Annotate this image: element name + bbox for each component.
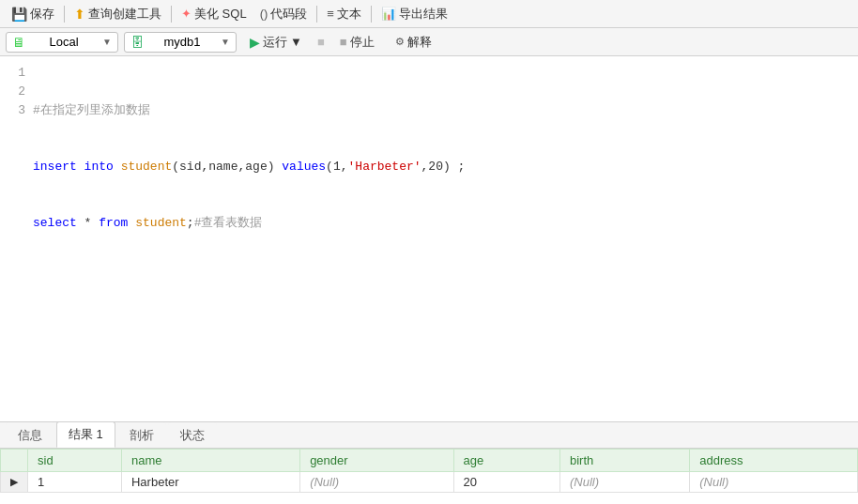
- code-snippet-label: 代码段: [270, 6, 307, 23]
- th-indicator: [1, 450, 28, 472]
- text-button[interactable]: ≡ 文本: [321, 4, 367, 24]
- comment-text-2: #查看表数据: [194, 214, 263, 233]
- database-selector[interactable]: 🗄 mydb1 ▼: [124, 32, 237, 53]
- code-snippet-button[interactable]: () 代码段: [254, 4, 314, 24]
- th-sid: sid: [28, 450, 122, 472]
- toolbar-sep-4: [371, 6, 372, 23]
- th-age: age: [453, 450, 559, 472]
- server-name: Local: [50, 35, 79, 49]
- tab-results-label: 结果 1: [69, 427, 103, 441]
- tab-profile-label: 剖析: [130, 428, 154, 442]
- line-numbers: 1 2 3: [0, 62, 33, 416]
- cell-age: 20: [453, 472, 559, 493]
- th-birth: birth: [559, 450, 689, 472]
- explain-icon: ⚙: [395, 36, 405, 48]
- beautify-sql-button[interactable]: ✦ 美化 SQL: [176, 4, 253, 24]
- save-label: 保存: [30, 6, 54, 23]
- sql-editor[interactable]: 1 2 3 #在指定列里添加数据 insert into student(sid…: [0, 56, 858, 422]
- th-address: address: [690, 450, 858, 472]
- text-label: 文本: [337, 6, 361, 23]
- col-sid: sid,: [179, 158, 208, 176]
- tab-status-label: 状态: [180, 428, 205, 442]
- tbl-student: student: [121, 158, 173, 176]
- export-results-button[interactable]: 📊 导出结果: [375, 4, 453, 24]
- cell-birth: (Null): [559, 472, 689, 493]
- address-null: (Null): [699, 475, 728, 489]
- run-button[interactable]: ▶ 运行 ▼: [242, 32, 310, 53]
- comment-text-1: #在指定列里添加数据: [33, 101, 150, 120]
- toolbar-sep-1: [64, 6, 65, 23]
- cell-gender: (Null): [300, 472, 453, 493]
- th-name: name: [121, 450, 299, 472]
- kw-insert: insert: [33, 158, 84, 176]
- explain-button[interactable]: ⚙ 解释: [388, 32, 439, 53]
- explain-label: 解释: [407, 34, 432, 51]
- row-indicator: ▶: [1, 472, 28, 493]
- main-toolbar: 💾 保存 ⬆ 查询创建工具 ✦ 美化 SQL () 代码段 ≡ 文本 📊 导出结…: [0, 0, 858, 28]
- export-results-label: 导出结果: [399, 6, 448, 23]
- gender-null: (Null): [310, 475, 339, 489]
- val-close: ) ;: [443, 158, 465, 176]
- database-name: mydb1: [164, 35, 201, 49]
- query-builder-button[interactable]: ⬆ 查询创建工具: [69, 4, 167, 24]
- cell-address: (Null): [690, 472, 858, 493]
- val-name: 'Harbeter': [348, 158, 421, 176]
- server-chevron-icon: ▼: [102, 37, 112, 47]
- kw-select: select: [33, 214, 84, 233]
- server-icon: 🖥: [12, 35, 25, 50]
- paren-open: (: [172, 158, 179, 176]
- run-label: 运行: [263, 34, 287, 51]
- tab-info[interactable]: 信息: [6, 422, 54, 448]
- tab-results[interactable]: 结果 1: [56, 421, 115, 448]
- query-builder-label: 查询创建工具: [88, 6, 161, 23]
- birth-null: (Null): [570, 475, 599, 489]
- code-line-1: #在指定列里添加数据: [33, 101, 858, 120]
- col-name: name,: [208, 158, 245, 176]
- save-button[interactable]: 💾 保存: [6, 4, 60, 24]
- val-comma: ,: [421, 158, 429, 176]
- results-table: sid name gender age birth address ▶ 1 Ha…: [0, 449, 858, 493]
- code-area[interactable]: #在指定列里添加数据 insert into student(sid,name,…: [33, 62, 858, 416]
- semicolon: ;: [187, 214, 194, 233]
- run-chevron-icon: ▼: [290, 35, 302, 49]
- val-age: 20: [428, 158, 443, 176]
- code-line-2: insert into student(sid,name,age) values…: [33, 158, 858, 176]
- beautify-icon: ✦: [181, 7, 192, 21]
- paren-close: ): [268, 158, 283, 176]
- code-line-3: select * from student;#查看表数据: [33, 214, 858, 233]
- connection-toolbar: 🖥 Local ▼ 🗄 mydb1 ▼ ▶ 运行 ▼ ■ ■ 停止 ⚙ 解释: [0, 28, 858, 56]
- export-icon: 📊: [381, 7, 396, 21]
- stop-button[interactable]: ■ 停止: [332, 32, 382, 53]
- bottom-section: 信息 结果 1 剖析 状态 sid name gender age birth …: [0, 422, 858, 504]
- save-icon: 💾: [11, 7, 27, 22]
- col-age: age: [245, 158, 267, 176]
- code-icon: (): [260, 7, 268, 21]
- query-icon: ⬆: [74, 7, 85, 22]
- cell-name: Harbeter: [121, 472, 299, 493]
- stop-label: 停止: [350, 34, 375, 51]
- toolbar-sep-2: [171, 6, 172, 23]
- tab-status[interactable]: 状态: [168, 422, 217, 448]
- cell-sid: 1: [28, 472, 122, 493]
- database-icon: 🗄: [130, 35, 144, 50]
- toolbar-sep-3: [316, 6, 317, 23]
- db-chevron-icon: ▼: [221, 37, 230, 47]
- stop-icon: ■: [340, 35, 347, 49]
- kw-values: values: [282, 158, 326, 176]
- th-gender: gender: [300, 450, 453, 472]
- results-body: sid name gender age birth address ▶ 1 Ha…: [0, 449, 858, 504]
- val-1: 1,: [333, 158, 348, 176]
- val-open: (: [326, 158, 333, 176]
- select-star: *: [84, 214, 100, 233]
- tab-profile[interactable]: 剖析: [117, 422, 166, 448]
- play-icon: ▶: [250, 35, 260, 50]
- server-selector[interactable]: 🖥 Local ▼: [6, 32, 118, 53]
- tbl-student-2: student: [135, 214, 187, 233]
- tab-info-label: 信息: [18, 428, 42, 442]
- kw-from: from: [99, 214, 135, 233]
- beautify-sql-label: 美化 SQL: [194, 6, 247, 23]
- conn-sep: ■: [317, 35, 325, 49]
- tab-bar: 信息 结果 1 剖析 状态: [0, 422, 858, 449]
- text-icon: ≡: [327, 7, 334, 21]
- table-header-row: sid name gender age birth address: [1, 450, 858, 472]
